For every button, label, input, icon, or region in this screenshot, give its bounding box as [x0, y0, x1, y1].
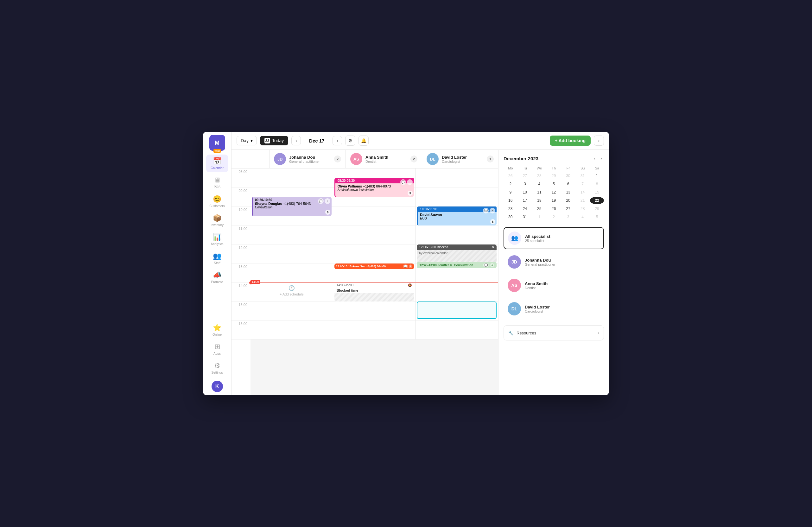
add-button[interactable]: +: [324, 198, 330, 204]
mini-cal-day[interactable]: 5: [590, 213, 604, 221]
add-button[interactable]: +: [407, 179, 412, 185]
sidebar-item-promote[interactable]: 📣 Promote: [206, 268, 228, 286]
mini-cal-day[interactable]: 30: [504, 213, 518, 221]
quick-entry-box[interactable]: [417, 302, 496, 319]
app-logo[interactable]: M Trial: [209, 135, 225, 151]
appointment[interactable]: 10:00-11:00 David Suwon ECG 💬 + $: [417, 206, 496, 225]
mini-cal-day[interactable]: 26: [547, 205, 561, 213]
grid-cell[interactable]: [416, 282, 498, 302]
message-button[interactable]: 💬: [400, 179, 406, 185]
mini-cal-day[interactable]: 3: [518, 180, 532, 188]
mini-cal-day[interactable]: 28: [532, 172, 546, 179]
grid-cell[interactable]: [333, 225, 416, 245]
mini-cal-day[interactable]: 28: [576, 205, 590, 213]
add-icon[interactable]: +: [409, 264, 412, 268]
mini-cal-day[interactable]: 25: [532, 205, 546, 213]
mini-cal-day[interactable]: 27: [561, 205, 575, 213]
chip-message-icon[interactable]: 💬: [483, 263, 489, 267]
appointment[interactable]: 09:30-10:30 Shayna Douglas +1(483) 764-5…: [252, 197, 332, 216]
sidebar-item-calendar[interactable]: 📅 Calendar: [206, 155, 228, 172]
mini-cal-day[interactable]: 8: [590, 180, 604, 188]
mini-cal-day[interactable]: 10: [518, 188, 532, 196]
appointment[interactable]: 08:30-09:30 Olivia Williams +1(483) 864-…: [334, 178, 414, 197]
sync-icon-button[interactable]: 🔔: [359, 135, 368, 146]
message-icon[interactable]: 💬: [403, 264, 408, 268]
appointment-chip[interactable]: 13:00-13:15 Anna Sm. +1(483) 864-89... 💬…: [334, 263, 414, 269]
right-panel-toggle-button[interactable]: ›: [594, 135, 604, 146]
close-icon[interactable]: ✕: [492, 246, 494, 249]
mini-cal-day[interactable]: 15: [590, 188, 604, 196]
grid-cell[interactable]: [333, 206, 416, 225]
filter-icon-button[interactable]: ⚙: [345, 135, 355, 146]
specialist-item-anna[interactable]: AS Anna Smith Dentist: [504, 275, 604, 296]
mini-cal-day[interactable]: 5: [547, 180, 561, 188]
mini-cal-day[interactable]: 31: [576, 172, 590, 179]
mini-cal-day[interactable]: 2: [547, 213, 561, 221]
today-button[interactable]: 22 Today: [260, 136, 288, 145]
grid-cell[interactable]: [333, 321, 416, 339]
mini-cal-day[interactable]: 4: [532, 180, 546, 188]
add-booking-button[interactable]: + Add booking: [550, 135, 591, 146]
mini-cal-day[interactable]: 7: [576, 180, 590, 188]
grid-cell[interactable]: [333, 245, 416, 263]
mini-cal-day[interactable]: 24: [518, 205, 532, 213]
mini-cal-day[interactable]: 26: [504, 172, 518, 179]
message-button[interactable]: 💬: [483, 208, 489, 214]
grid-cell[interactable]: [250, 245, 333, 263]
grid-cell[interactable]: [416, 225, 498, 245]
user-avatar[interactable]: K: [212, 381, 223, 392]
mini-cal-day[interactable]: 16: [504, 197, 518, 204]
grid-cell[interactable]: [333, 302, 416, 321]
specialist-item-all[interactable]: 👥 All specialist 25 specialist: [504, 227, 604, 249]
mini-cal-day[interactable]: 18: [532, 197, 546, 204]
mini-cal-day[interactable]: 1: [532, 213, 546, 221]
grid-cell[interactable]: [250, 321, 333, 339]
next-nav-button[interactable]: ›: [333, 136, 342, 145]
mini-cal-day[interactable]: 9: [504, 188, 518, 196]
chip-add-icon[interactable]: +: [490, 263, 494, 267]
prev-nav-button[interactable]: ‹: [291, 136, 301, 145]
mini-cal-next[interactable]: ›: [598, 155, 604, 162]
mini-cal-day[interactable]: 22: [590, 197, 604, 204]
resources-item[interactable]: 🔧 Resources ›: [504, 325, 604, 340]
mini-cal-day[interactable]: 11: [532, 188, 546, 196]
sidebar-item-inventory[interactable]: 📦 Inventory: [206, 211, 228, 229]
grid-cell[interactable]: [416, 188, 498, 206]
mini-cal-day[interactable]: 29: [590, 205, 604, 213]
grid-cell[interactable]: [416, 321, 498, 339]
grid-cell[interactable]: [250, 169, 333, 188]
mini-cal-day[interactable]: 1: [590, 172, 604, 179]
sidebar-item-pos[interactable]: 🖥 POS: [206, 174, 228, 191]
inline-chip[interactable]: 12:45-13:00 Jeniffer K. Consultation 💬 +: [417, 262, 496, 268]
mini-cal-day[interactable]: 30: [561, 172, 575, 179]
mini-cal-day[interactable]: 20: [561, 197, 575, 204]
mini-cal-day[interactable]: 29: [547, 172, 561, 179]
sidebar-item-staff[interactable]: 👥 Staff: [206, 250, 228, 267]
sidebar-item-apps[interactable]: ⊞ Apps: [206, 340, 228, 358]
mini-cal-day[interactable]: 17: [518, 197, 532, 204]
mini-cal-day[interactable]: 13: [561, 188, 575, 196]
mini-cal-day[interactable]: 4: [576, 213, 590, 221]
mini-cal-prev[interactable]: ‹: [592, 155, 597, 162]
view-select[interactable]: Day ▾: [236, 136, 257, 145]
grid-cell[interactable]: [416, 169, 498, 188]
mini-cal-day[interactable]: 14: [576, 188, 590, 196]
mini-cal-day[interactable]: 6: [561, 180, 575, 188]
mini-cal-day[interactable]: 31: [518, 213, 532, 221]
add-schedule[interactable]: 🕐+ Add schedule: [250, 281, 333, 300]
staff-header-johanna[interactable]: JD Johanna Dou General practitioner 2: [270, 150, 346, 168]
sidebar-item-online[interactable]: ⭐ Online: [206, 321, 228, 339]
mini-cal-day[interactable]: 19: [547, 197, 561, 204]
mini-cal-day[interactable]: 27: [518, 172, 532, 179]
sidebar-item-customers[interactable]: 😊 Customers: [206, 193, 228, 210]
mini-cal-day[interactable]: 21: [576, 197, 590, 204]
grid-cell[interactable]: [250, 263, 333, 282]
mini-cal-day[interactable]: 12: [547, 188, 561, 196]
specialist-item-johanna[interactable]: JD Johanna Dou General practitioner: [504, 251, 604, 273]
mini-cal-day[interactable]: 3: [561, 213, 575, 221]
sidebar-item-analytics[interactable]: 📊 Analytics: [206, 231, 228, 248]
grid-cell[interactable]: [250, 225, 333, 245]
sidebar-item-settings[interactable]: ⚙ Settings: [206, 359, 228, 377]
staff-header-anna[interactable]: AS Anna Smith Dentist 2: [346, 150, 422, 168]
specialist-item-david[interactable]: DL David Loster Cardiologist: [504, 298, 604, 320]
